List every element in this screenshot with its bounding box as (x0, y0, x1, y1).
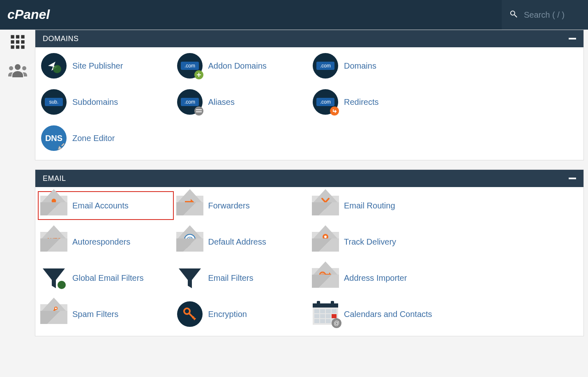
svg-rect-6 (21, 40, 24, 44)
domains-icon: .com (312, 54, 339, 78)
item-email-accounts[interactable]: Email Accounts (40, 194, 171, 217)
svg-text:sub.: sub. (49, 99, 59, 105)
forwarders-icon (176, 194, 203, 217)
svg-rect-1 (11, 35, 14, 38)
item-zone-editor[interactable]: DNS Zone Editor (40, 126, 171, 150)
svg-rect-5 (16, 40, 19, 44)
panel-body-email: Email Accounts Forwarders (35, 187, 583, 336)
svg-text:.com: .com (184, 99, 195, 105)
svg-rect-7 (11, 45, 14, 49)
item-default-address[interactable]: @ Default Address (176, 230, 307, 254)
item-encryption[interactable]: Encryption (176, 302, 307, 326)
svg-rect-4 (11, 40, 14, 44)
item-label: Default Address (208, 237, 266, 247)
svg-point-15 (53, 65, 61, 73)
redirects-icon: .com (312, 90, 339, 114)
svg-point-11 (9, 66, 13, 70)
panel-body-domains: Site Publisher .com Addon Domains (35, 47, 583, 160)
panel-title: EMAIL (43, 174, 66, 183)
svg-rect-8 (16, 45, 19, 49)
track-delivery-icon (312, 230, 339, 254)
item-label: Aliases (208, 97, 235, 107)
item-forwarders[interactable]: Forwarders (176, 194, 307, 217)
item-subdomains[interactable]: sub. Subdomains (40, 90, 171, 114)
item-label: Autoresponders (72, 237, 130, 247)
svg-rect-28 (569, 178, 576, 179)
svg-point-12 (22, 66, 26, 70)
item-label: Addon Domains (208, 61, 267, 71)
item-address-importer[interactable]: @ Address Importer (312, 266, 443, 290)
svg-text:cPanel: cPanel (7, 7, 50, 22)
item-label: Email Accounts (72, 201, 129, 210)
item-email-filters[interactable]: Email Filters (176, 266, 307, 290)
item-email-routing[interactable]: Email Routing (312, 194, 443, 217)
item-autoresponders[interactable]: AUTO Autoresponders (40, 230, 171, 254)
addon-domains-icon: .com (176, 54, 203, 78)
item-site-publisher[interactable]: Site Publisher (40, 54, 171, 78)
svg-rect-3 (21, 35, 24, 38)
panel-title: DOMAINS (43, 35, 79, 43)
item-track-delivery[interactable]: Track Delivery (312, 230, 443, 254)
sidebar-home-icon[interactable] (9, 34, 26, 52)
item-addon-domains[interactable]: .com Addon Domains (176, 54, 307, 78)
panel-header-domains[interactable]: DOMAINS (35, 30, 583, 47)
encryption-icon (176, 302, 203, 326)
panel-email: EMAIL Email (35, 169, 584, 336)
svg-text:.com: .com (184, 63, 195, 69)
svg-text:.com: .com (320, 99, 331, 105)
svg-marker-39 (179, 268, 201, 288)
item-label: Encryption (208, 310, 247, 319)
sidebar-users-icon[interactable] (8, 63, 27, 79)
search-input[interactable] (524, 10, 577, 20)
autoresponders-icon: AUTO (40, 230, 67, 254)
aliases-icon: .com (176, 90, 203, 114)
svg-point-37 (324, 236, 327, 238)
item-label: Zone Editor (72, 134, 115, 143)
email-routing-icon (312, 194, 339, 217)
item-label: Track Delivery (344, 237, 396, 247)
zone-editor-icon: DNS (40, 126, 67, 150)
subdomains-icon: sub. (40, 90, 67, 114)
item-label: Subdomains (72, 97, 118, 107)
item-domains[interactable]: .com Domains (312, 54, 443, 78)
item-label: Calendars and Contacts (344, 310, 432, 319)
svg-rect-9 (21, 45, 24, 49)
item-label: Site Publisher (72, 61, 123, 71)
spam-filters-icon (40, 302, 67, 326)
search-container[interactable] (502, 0, 588, 30)
item-redirects[interactable]: .com Redirects (312, 90, 443, 114)
svg-point-10 (15, 64, 21, 70)
svg-rect-2 (16, 35, 19, 38)
svg-rect-24 (196, 109, 202, 110)
app-header: cPanel (0, 0, 588, 30)
panel-domains: DOMAINS (35, 30, 584, 160)
default-address-icon: @ (176, 230, 203, 254)
item-label: Spam Filters (72, 310, 118, 319)
calendars-contacts-icon: @ (312, 302, 339, 326)
collapse-icon[interactable] (569, 178, 576, 179)
item-label: Domains (344, 61, 376, 71)
svg-rect-25 (196, 111, 202, 112)
item-spam-filters[interactable]: Spam Filters (40, 302, 171, 326)
svg-point-45 (184, 308, 190, 314)
svg-rect-13 (569, 38, 576, 39)
address-importer-icon: @ (312, 266, 339, 290)
item-label: Email Routing (344, 201, 395, 210)
item-label: Forwarders (208, 201, 250, 210)
svg-point-44 (55, 307, 57, 310)
cpanel-logo: cPanel (7, 7, 69, 23)
email-accounts-icon (40, 194, 67, 217)
item-label: Email Filters (208, 273, 254, 283)
collapse-icon[interactable] (569, 38, 576, 39)
item-aliases[interactable]: .com Aliases (176, 90, 307, 114)
content-area: DOMAINS (35, 30, 588, 345)
item-calendars-contacts[interactable]: @ Calendars and Contacts (312, 302, 443, 326)
email-filters-icon (176, 266, 203, 290)
site-publisher-icon (40, 54, 67, 78)
panel-header-email[interactable]: EMAIL (35, 170, 583, 187)
item-global-email-filters[interactable]: Global Email Filters (40, 266, 171, 290)
global-email-filters-icon (40, 266, 67, 290)
item-label: Address Importer (344, 273, 407, 283)
item-label: Redirects (344, 97, 378, 107)
search-icon (509, 9, 518, 20)
